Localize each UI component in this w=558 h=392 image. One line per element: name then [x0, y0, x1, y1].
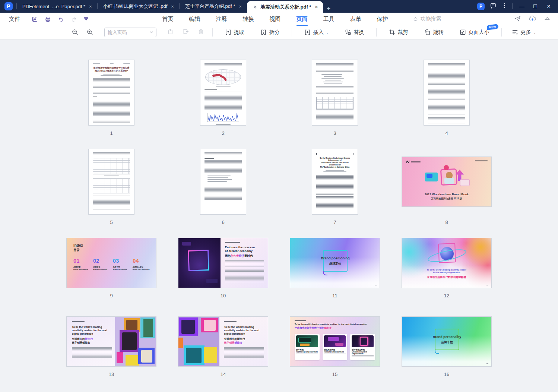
new-feature-badge: New	[486, 24, 498, 30]
text-bar	[216, 124, 231, 125]
page-thumbnail-5[interactable]	[88, 149, 134, 215]
menu-page-active[interactable]: 页面	[296, 14, 308, 25]
separator	[501, 28, 502, 37]
cloud-upload-icon[interactable]	[529, 15, 536, 23]
menu-protect[interactable]: 保护	[376, 14, 389, 25]
slide-title-en: To be the world's leadingcreativity enab…	[72, 325, 112, 335]
new-tab-button[interactable]: +	[323, 5, 334, 13]
titlebar-right: P — ☐ ✕	[477, 0, 558, 13]
insert-pages-button[interactable]: 插入⌄	[301, 29, 332, 36]
save-icon[interactable]	[32, 16, 38, 22]
undo-icon[interactable]	[58, 16, 64, 22]
tab-separator	[16, 3, 17, 9]
index-title-en: Index	[73, 243, 83, 247]
text-bar	[207, 176, 231, 176]
maximize-button[interactable]: ☐	[531, 3, 539, 9]
tab-close-icon[interactable]: ×	[170, 4, 175, 9]
menu-tools[interactable]: 工具	[323, 14, 335, 25]
index-item-en: Brand Positioning	[93, 268, 113, 270]
menu-form[interactable]: 表单	[349, 14, 362, 25]
main-menu: 首页 编辑 注释 转换 视图 页面 工具 表单 保护 功能搜索	[89, 14, 514, 25]
tab-document-3[interactable]: 芝士平台产品介绍.pdf * ×	[179, 0, 247, 13]
page-thumbnail-14[interactable]: To be the world's leadingcreativity enab…	[178, 316, 268, 367]
page-thumbnail-1[interactable]: 欧亚地震带地震活动增强与中国大陆地区7级以上地震发生的关系分析*	[88, 60, 134, 126]
split-pages-button[interactable]: 拆分	[257, 29, 283, 36]
page-thumbnail-4[interactable]	[424, 60, 470, 126]
menu-comment[interactable]: 注释	[215, 14, 228, 25]
quick-access-toolbar	[32, 16, 89, 22]
share-send-icon[interactable]	[514, 15, 521, 23]
extract-icon	[225, 29, 232, 36]
page-number-input[interactable]	[104, 28, 156, 37]
text-lines	[93, 118, 130, 123]
document-tabs: PDFelement_...e_Paper.pdf * × 小红书WILL商业大…	[16, 0, 477, 13]
page-thumbnail-15[interactable]: To be the world's leading creativity ena…	[290, 316, 380, 367]
page-thumbnail-6[interactable]	[200, 149, 246, 215]
page-thumbnail-7[interactable]: On the Relationship between Seismic Enha…	[312, 149, 358, 215]
index-number: 02	[93, 257, 113, 264]
tab-document-2[interactable]: 小红书WILL商业大会速记 .pdf ×	[97, 0, 179, 13]
page-thumbnail-2[interactable]	[200, 60, 246, 126]
page-size-icon	[459, 29, 466, 36]
redo-icon	[71, 16, 77, 22]
page-thumbnail-3[interactable]	[312, 60, 358, 126]
file-menu[interactable]: 文件	[5, 16, 24, 23]
speech-bubble-frame: Brand personality 品牌个性	[435, 329, 459, 350]
text-bar	[103, 74, 120, 75]
slide-title-cn: 品牌个性	[441, 340, 453, 344]
page-thumbnail-9[interactable]: Index 目录 01 品牌背景 Brand Background 02 品牌定…	[66, 238, 156, 288]
index-item-cn: 品牌个性	[113, 266, 133, 268]
page-thumbnail-11[interactable]: Brand positioning 品牌定位	[290, 238, 380, 288]
menu-view[interactable]: 视图	[269, 14, 282, 25]
page-thumbnail-13[interactable]: To be the world's leadingcreativity enab…	[66, 316, 156, 367]
page-number-field[interactable]	[108, 29, 150, 35]
page-thumbnail-8[interactable]: 2022 Wondershare Brand Book 万兴科技品牌白皮书 20…	[402, 157, 492, 207]
neon-image	[178, 238, 221, 288]
page-number-label: 11	[332, 293, 337, 298]
text-bar	[205, 158, 214, 159]
page-thumbnail-16[interactable]: Brand personality 品牌个性	[402, 316, 492, 367]
more-menu-kebab-icon[interactable]	[502, 3, 507, 10]
slide-title-cn: 品牌定位	[329, 262, 341, 266]
feedback-message-icon[interactable]	[490, 2, 497, 10]
more-tools-button[interactable]: 更多⌄	[508, 29, 539, 36]
card-title-cn: 创意资源赋能	[324, 348, 346, 351]
zoom-out-icon[interactable]	[69, 29, 80, 36]
text-bar	[101, 75, 122, 76]
slide-title-cn: 全球领先的新生代数字创意赋能者	[295, 326, 375, 330]
tab-close-icon[interactable]: ×	[88, 4, 93, 9]
pdfelement-badge-icon[interactable]: P	[477, 3, 485, 10]
print-icon[interactable]	[45, 16, 51, 22]
menu-convert[interactable]: 转换	[242, 14, 255, 25]
page-number-label: 15	[332, 372, 337, 377]
tab-separator	[179, 3, 180, 9]
page-thumbnail-10[interactable]: Embrace the new eraof creator economy 拥抱…	[178, 238, 268, 288]
menu-home[interactable]: 首页	[162, 14, 174, 25]
close-button[interactable]: ✕	[545, 3, 553, 9]
page-thumbnail-12[interactable]: To be the world's leading creativity ena…	[402, 238, 492, 288]
tab-document-1[interactable]: PDFelement_...e_Paper.pdf * ×	[16, 0, 97, 13]
menu-edit[interactable]: 编辑	[188, 14, 201, 25]
page-cell: 6	[167, 149, 279, 225]
chevrons-down-icon[interactable]	[253, 5, 257, 9]
zoom-in-icon[interactable]	[84, 29, 95, 36]
tab-label: 小红书WILL商业大会速记 .pdf	[103, 3, 168, 10]
rotate-pages-button[interactable]: 旋转	[421, 29, 447, 36]
text-bar	[207, 179, 232, 180]
tab-close-icon[interactable]: ×	[238, 4, 242, 9]
replace-pages-button[interactable]: 替换	[342, 29, 367, 36]
page-size-button[interactable]: 页面大小 New	[456, 29, 492, 36]
page-number-label: 13	[109, 372, 114, 377]
empower-cards: 技术赋能 Technology empowerment 创意资源赋能 Resou…	[295, 334, 375, 360]
feature-search[interactable]: 功能搜索	[413, 16, 441, 22]
crop-pages-button[interactable]: 裁剪	[386, 29, 411, 36]
minimize-button[interactable]: —	[518, 3, 526, 9]
slide-title-en: Brand positioning	[321, 256, 350, 260]
separator	[212, 28, 213, 37]
quick-access-dropdown-icon[interactable]	[84, 17, 89, 22]
collapse-ribbon-icon[interactable]	[544, 16, 551, 22]
index-number: 03	[113, 257, 133, 264]
tab-document-4-active[interactable]: 地震活动关系分析.pdf * ×	[247, 1, 323, 13]
tab-close-icon[interactable]: ×	[314, 4, 318, 10]
extract-pages-button[interactable]: 提取	[222, 29, 247, 36]
